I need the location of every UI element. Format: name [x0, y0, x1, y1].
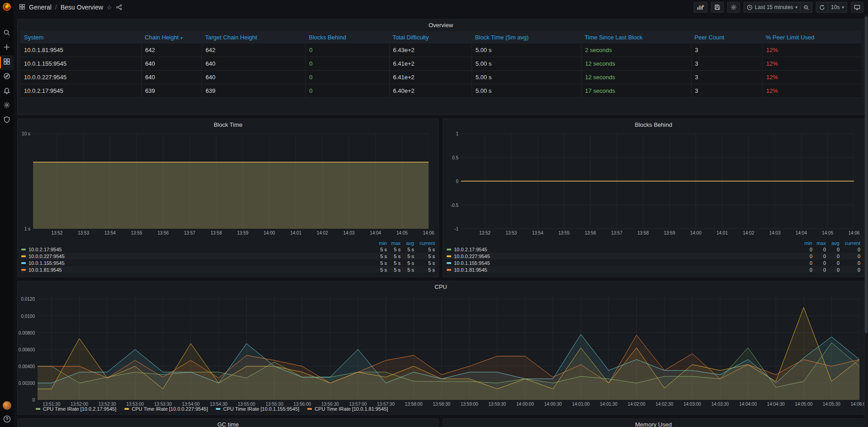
column-header-peer-count[interactable]: Peer Count — [691, 31, 762, 43]
panel-title-blocks-behind[interactable]: Blocks Behind — [443, 119, 864, 130]
block-time-plot-area[interactable] — [33, 134, 429, 229]
series-name[interactable]: 10.0.1.155:9545 — [29, 260, 65, 266]
dashboard-settings-button[interactable] — [727, 2, 740, 13]
y-axis-tick-label: 0.5 — [443, 155, 458, 160]
blocks-behind-plot-area[interactable] — [461, 134, 854, 229]
add-panel-icon — [697, 4, 704, 10]
star-icon[interactable]: ☆ — [107, 4, 112, 11]
column-header-chain-height[interactable]: Chain Height▾ — [141, 31, 201, 43]
column-header-time-since-last-block[interactable]: Time Since Last Block — [581, 31, 691, 43]
monitor-icon — [854, 5, 860, 10]
legend-item[interactable]: CPU Time IRate [10.0.1.81:9545] — [307, 406, 388, 412]
x-axis-tick-label: 13:57 — [602, 230, 631, 235]
panel-title-gc-time[interactable]: GC time — [18, 419, 439, 427]
blocks-behind-chart[interactable]: 10.50-0.5-113:5213:5313:5413:5513:5613:5… — [443, 131, 864, 238]
legend-item[interactable]: CPU Time IRate [10.0.2.17:9545] — [36, 406, 116, 412]
add-panel-button[interactable] — [694, 2, 707, 13]
legend-stat-header-min[interactable]: min — [799, 240, 812, 246]
x-axis-tick-label: 13:55 — [122, 230, 151, 235]
legend-item[interactable]: CPU Time IRate [10.0.1.155:9545] — [216, 406, 299, 412]
table-cell: 17 seconds — [581, 84, 691, 97]
legend-stat-header-avg[interactable]: avg — [401, 240, 414, 246]
cpu-plot-area[interactable] — [38, 296, 859, 400]
refresh-button[interactable] — [816, 2, 828, 13]
legend-stat-header-max[interactable]: max — [387, 240, 401, 246]
sidebar-item-explore[interactable] — [0, 70, 14, 84]
panel-title-memory-used[interactable]: Memory Used — [443, 419, 864, 427]
legend-row[interactable]: 10.0.2.17:95450000 — [447, 246, 860, 253]
legend-stat-value: 0 — [799, 254, 812, 259]
legend-row[interactable]: 10.0.0.227:95455 s5 s5 s5 s — [21, 253, 435, 259]
legend-row[interactable]: 10.0.1.155:95455 s5 s5 s5 s — [21, 259, 435, 266]
series-name[interactable]: 10.0.1.155:9545 — [454, 260, 490, 266]
legend-stat-value: 5 s — [414, 267, 435, 273]
x-axis-tick-label: 13:52 — [470, 230, 499, 235]
panel-title-cpu[interactable]: CPU — [18, 281, 864, 292]
legend-stat-header-current[interactable]: current — [414, 240, 435, 246]
series-color-swatch — [124, 408, 129, 410]
legend-stat-value: 5 s — [373, 247, 387, 252]
legend-stat-header-current[interactable]: current — [839, 240, 860, 246]
series-name[interactable]: 10.0.1.81:9545 — [29, 267, 62, 273]
column-header-system[interactable]: System — [20, 31, 141, 43]
save-dashboard-button[interactable] — [711, 2, 724, 13]
legend-stat-header-max[interactable]: max — [812, 240, 826, 246]
legend-stat-header-avg[interactable]: avg — [826, 240, 839, 246]
legend-row[interactable]: 10.0.2.17:95455 s5 s5 s5 s — [21, 246, 435, 253]
table-cell: 3 — [691, 57, 762, 70]
sidebar-item-server-admin[interactable] — [0, 113, 14, 128]
zoom-out-time-button[interactable] — [801, 2, 812, 13]
series-name[interactable]: 10.0.2.17:9545 — [454, 247, 487, 252]
legend-row[interactable]: 10.0.1.81:95455 s5 s5 s5 s — [21, 266, 435, 273]
column-header-blocks-behind[interactable]: Blocks Behind — [305, 31, 389, 43]
panel-title-overview[interactable]: Overview — [18, 19, 864, 30]
series-name[interactable]: CPU Time IRate [10.0.1.81:9545] — [315, 406, 388, 412]
scrollbar-track[interactable] — [864, 14, 868, 427]
sidebar-item-dashboards[interactable] — [0, 55, 14, 70]
panel-title-block-time[interactable]: Block Time — [18, 119, 439, 130]
series-color-swatch — [447, 262, 451, 264]
cpu-chart[interactable]: 0.01200.01000.008000.006000.004000.00200… — [18, 293, 864, 405]
sidebar-item-create[interactable] — [0, 41, 14, 55]
table-cell: 6.41e+2 — [389, 71, 472, 84]
column-header-total-difficulty[interactable]: Total Difficulty — [389, 31, 471, 43]
breadcrumb-folder[interactable]: General — [29, 4, 52, 11]
series-name[interactable]: 10.0.1.81:9545 — [454, 267, 487, 273]
table-cell: 640 — [141, 57, 201, 70]
x-axis-tick-label: 14:02:00 — [622, 402, 651, 407]
sidebar-item-alerting[interactable] — [0, 84, 14, 99]
legend-stat-header-min[interactable]: min — [373, 240, 387, 246]
legend-row[interactable]: 10.0.1.81:95450000 — [447, 266, 860, 273]
series-name[interactable]: CPU Time IRate [10.0.1.155:9545] — [223, 406, 299, 412]
refresh-interval-picker[interactable]: 10s ▾ — [828, 2, 847, 13]
sidebar-item-help[interactable] — [0, 415, 14, 424]
series-name[interactable]: CPU Time IRate [10.0.2.17:9545] — [43, 406, 116, 412]
legend-row[interactable]: 10.0.1.155:95450000 — [447, 259, 860, 266]
sidebar-item-configuration[interactable] — [0, 99, 14, 113]
column-header--peer-limit-used[interactable]: % Peer Limit Used — [762, 31, 861, 43]
user-avatar[interactable] — [3, 401, 11, 410]
series-name[interactable]: CPU Time IRate [10.0.0.227:9545] — [132, 406, 208, 412]
series-name[interactable]: 10.0.2.17:9545 — [29, 247, 62, 252]
series-name[interactable]: 10.0.0.227:9545 — [29, 254, 65, 259]
breadcrumb-dashboard-title[interactable]: Besu Overview — [61, 4, 103, 11]
column-header-block-time-5m-avg-[interactable]: Block Time (5m avg) — [472, 31, 581, 43]
time-range-picker[interactable]: Last 15 minutes ▾ — [744, 2, 801, 13]
cycle-view-mode-button[interactable] — [851, 2, 863, 13]
column-header-target-chain-height[interactable]: Target Chain Height — [201, 31, 305, 43]
legend-row[interactable]: 10.0.0.227:95450000 — [447, 253, 860, 259]
block-time-legend: minmaxavgcurrent10.0.2.17:95455 s5 s5 s5… — [21, 240, 435, 273]
y-axis-tick-label: -1 — [443, 226, 458, 231]
y-axis-tick-label: 10 s — [18, 131, 30, 136]
block-time-chart[interactable]: 10 s1 s13:5213:5313:5413:5513:5613:5713:… — [18, 131, 439, 238]
sidebar-item-search[interactable] — [0, 26, 14, 41]
zoom-out-icon — [803, 5, 809, 10]
grafana-logo[interactable] — [0, 0, 14, 14]
share-icon[interactable] — [116, 4, 122, 10]
table-cell: 12 seconds — [581, 71, 691, 84]
y-axis-tick-label: 0 — [443, 179, 458, 184]
legend-item[interactable]: CPU Time IRate [10.0.0.227:9545] — [124, 406, 208, 412]
table-row: 10.0.2.17:954563963906.40e+25.00 s17 sec… — [20, 84, 861, 98]
scrollbar-thumb[interactable] — [865, 16, 868, 333]
series-name[interactable]: 10.0.0.227:9545 — [454, 254, 490, 259]
